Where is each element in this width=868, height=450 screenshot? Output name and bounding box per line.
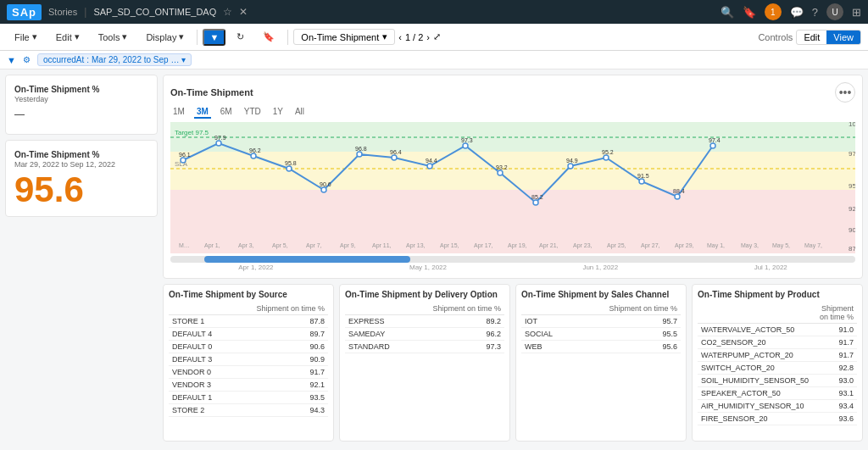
tables-row: On-Time Shipment by Source Shipment on t…	[163, 284, 863, 442]
table-row[interactable]: WATERPUMP_ACTOR_2091.7	[698, 349, 857, 362]
svg-point-19	[604, 155, 609, 160]
tab-6m[interactable]: 6M	[218, 106, 235, 119]
grid-icon[interactable]: ⊞	[852, 6, 861, 19]
table-source-card: On-Time Shipment by Source Shipment on t…	[163, 284, 334, 442]
col-delivery-val-header: Shipment on time %	[408, 303, 505, 315]
row-name: STORE 2	[169, 404, 230, 417]
edit-view-toggle[interactable]: Edit View	[796, 30, 861, 45]
table-row[interactable]: WATERVALVE_ACTOR_5091.0	[698, 324, 857, 336]
table-row[interactable]: SWITCH_ACTOR_2092.8	[698, 362, 857, 375]
svg-text:Apr 19,: Apr 19,	[508, 242, 527, 249]
row-name: STORE 1	[169, 315, 230, 328]
svg-text:Apr 13,: Apr 13,	[406, 242, 426, 249]
expand-icon[interactable]: ⤢	[433, 31, 441, 42]
kpi-title-1: On-Time Shipment %	[14, 84, 148, 95]
table-row[interactable]: AIR_HUMIDITY_SENSOR_1093.4	[698, 400, 857, 413]
next-page-button[interactable]: ›	[426, 32, 430, 42]
tab-1m[interactable]: 1M	[170, 106, 187, 119]
row-name: SOIL_HUMIDITY_SENSOR_50	[698, 375, 812, 387]
table-row[interactable]: DEFAULT 390.9	[169, 353, 328, 366]
col-channel-val-header: Shipment on time %	[572, 303, 682, 315]
col-delivery-header	[345, 303, 408, 315]
display-menu[interactable]: Display ▾	[138, 29, 192, 45]
table-row[interactable]: VENDOR 392.1	[169, 379, 328, 392]
svg-text:Apr 17,: Apr 17,	[474, 242, 493, 249]
row-name: VENDOR 3	[169, 379, 230, 392]
file-menu[interactable]: File ▾	[7, 29, 45, 45]
table-row[interactable]: SOCIAL95.5	[521, 328, 681, 341]
table-row[interactable]: DEFAULT 193.5	[169, 392, 328, 404]
tools-menu[interactable]: Tools ▾	[91, 29, 136, 45]
chart-range-bar[interactable]	[170, 256, 855, 263]
star-icon[interactable]: ☆	[223, 6, 232, 18]
svg-text:90.6: 90.6	[320, 181, 331, 187]
view-toggle-btn[interactable]: View	[826, 31, 860, 44]
controls-label: Controls	[758, 32, 793, 42]
table-row[interactable]: IOT95.7	[521, 315, 681, 328]
svg-text:93.2: 93.2	[496, 164, 508, 170]
table-row[interactable]: VENDOR 091.7	[169, 366, 328, 379]
svg-point-8	[216, 141, 221, 146]
svg-point-15	[463, 143, 468, 148]
svg-point-10	[287, 166, 292, 171]
tab-ytd[interactable]: YTD	[242, 106, 264, 119]
kpi-period: Mar 29, 2022 to Sep 12, 2022	[14, 160, 148, 169]
refresh-button[interactable]: ↻	[229, 29, 252, 45]
chart-title: On-Time Shipment	[170, 87, 253, 97]
table-row[interactable]: SOIL_HUMIDITY_SENSOR_5093.0	[698, 375, 857, 387]
table-row[interactable]: DEFAULT 090.6	[169, 341, 328, 353]
table-row[interactable]: DEFAULT 489.7	[169, 328, 328, 341]
row-value: 95.6	[572, 341, 682, 353]
edit-menu[interactable]: Edit ▾	[48, 29, 87, 45]
help-icon[interactable]: ?	[812, 6, 818, 19]
table-row[interactable]: SPEAKER_ACTOR_5093.1	[698, 387, 857, 400]
bookmark-icon[interactable]: 🔖	[743, 6, 756, 19]
chart-body: Target 97.5 SLA	[170, 122, 855, 253]
table-row[interactable]: WEB95.6	[521, 341, 681, 353]
svg-text:96.8: 96.8	[355, 146, 367, 152]
table-row[interactable]: FIRE_SENSOR_2093.6	[698, 413, 857, 425]
stories-label[interactable]: Stories	[48, 7, 77, 17]
prev-page-button[interactable]: ‹	[398, 32, 402, 42]
svg-text:Apr 11,: Apr 11,	[372, 242, 392, 249]
search-icon[interactable]: 🔍	[721, 6, 734, 19]
table-row[interactable]: CO2_SENSOR_2091.7	[698, 336, 857, 349]
row-name: WATERPUMP_ACTOR_20	[698, 349, 812, 362]
row-value: 89.2	[408, 315, 505, 328]
view-dropdown[interactable]: On-Time Shipment ▾	[293, 29, 395, 45]
row-name: WEB	[521, 341, 572, 353]
story-title[interactable]: SAP_SD_CO_ONTIME_DAQ	[93, 7, 216, 17]
user-avatar[interactable]: U	[826, 3, 843, 20]
main-content: On-Time Shipment % Yesterday — On-Time S…	[0, 69, 868, 447]
svg-text:95: 95	[849, 182, 855, 190]
svg-point-20	[639, 179, 644, 184]
svg-text:Apr 23,: Apr 23,	[573, 242, 593, 249]
bookmark-toolbar-button[interactable]: 🔖	[255, 29, 282, 45]
tab-1y[interactable]: 1Y	[270, 106, 286, 119]
bell-icon[interactable]: 1	[765, 3, 782, 20]
svg-text:M…: M…	[179, 242, 190, 248]
svg-text:97.9: 97.9	[214, 135, 226, 141]
row-value: 90.6	[230, 341, 328, 353]
tab-3m[interactable]: 3M	[194, 106, 211, 119]
row-name: WATERVALVE_ACTOR_50	[698, 324, 812, 336]
date-filter-tag[interactable]: occurredAt: Mar 29, 2022 to Sep … ▾	[37, 53, 192, 66]
row-value: 93.5	[230, 392, 328, 404]
filter-button[interactable]: ▼	[203, 29, 225, 46]
row-value: 93.4	[812, 400, 857, 413]
svg-point-7	[181, 158, 186, 163]
edit-toggle-btn[interactable]: Edit	[797, 31, 826, 44]
svg-point-11	[321, 187, 326, 192]
svg-text:Apr 15,: Apr 15,	[440, 242, 459, 249]
chart-range-thumb[interactable]	[204, 256, 409, 263]
tab-all[interactable]: All	[292, 106, 307, 119]
chat-icon[interactable]: 💬	[790, 6, 804, 19]
chart-more-button[interactable]: •••	[835, 82, 855, 103]
table-row[interactable]: SAMEDAY96.2	[345, 328, 504, 341]
table-row[interactable]: STANDARD97.3	[345, 341, 504, 353]
close-icon[interactable]: ✕	[239, 6, 248, 18]
table-row[interactable]: STORE 187.8	[169, 315, 328, 328]
svg-text:Apr 21,: Apr 21,	[539, 242, 559, 249]
table-row[interactable]: EXPRESS89.2	[345, 315, 504, 328]
table-row[interactable]: STORE 294.3	[169, 404, 328, 417]
